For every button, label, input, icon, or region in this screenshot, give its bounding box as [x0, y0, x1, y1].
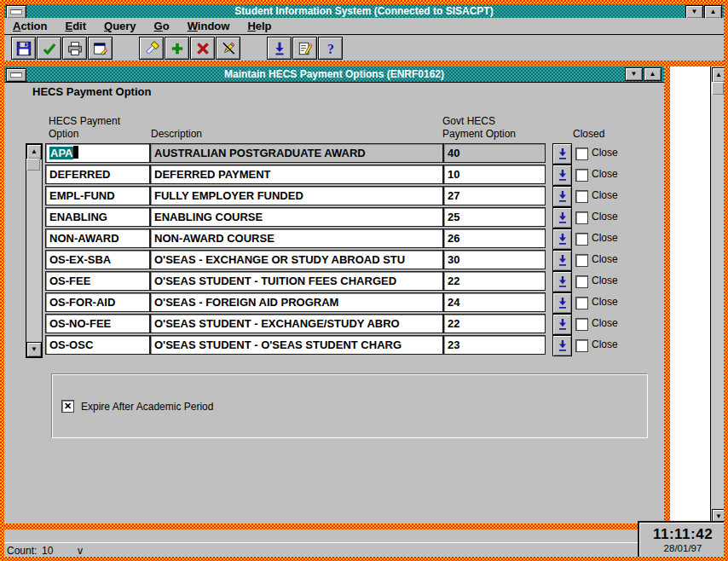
- insert-record-button[interactable]: [165, 37, 189, 60]
- close-checkbox-label: Close: [592, 338, 618, 350]
- close-checkbox-label: Close: [592, 275, 618, 286]
- delete-record-button[interactable]: [190, 37, 215, 60]
- child-content: HECS Payment Option HECS Payment Option …: [4, 83, 664, 523]
- govt-option-field[interactable]: 30: [443, 250, 546, 269]
- menu-go[interactable]: Go: [154, 20, 170, 32]
- lov-button[interactable]: [552, 292, 572, 314]
- govt-option-field[interactable]: 22: [443, 314, 546, 333]
- description-field[interactable]: ENABLING COURSE: [150, 207, 443, 227]
- lov-button[interactable]: [552, 314, 572, 335]
- menu-query[interactable]: Query: [104, 20, 136, 32]
- main-vertical-scrollbar[interactable]: [710, 67, 725, 541]
- commit-button[interactable]: [37, 37, 61, 60]
- next-block-button[interactable]: [267, 37, 292, 60]
- execute-query-button[interactable]: [139, 37, 164, 60]
- lov-button[interactable]: [552, 186, 572, 207]
- close-checkbox-label: Close: [592, 253, 618, 265]
- lov-button[interactable]: [552, 143, 572, 165]
- print-button[interactable]: [62, 37, 87, 60]
- window-border: [4, 523, 710, 529]
- menu-window[interactable]: Window: [188, 20, 230, 32]
- column-header-closed: Closed: [573, 128, 604, 141]
- down-arrow-icon: [272, 41, 287, 56]
- hecs-option-field[interactable]: OS-EX-SBA: [45, 250, 150, 269]
- floppy-disk-icon: [16, 41, 32, 56]
- govt-option-field[interactable]: 25: [443, 207, 546, 227]
- description-field[interactable]: O'SEAS STUDENT - O'SEAS STUDENT CHARG: [150, 335, 443, 355]
- close-checkbox[interactable]: [575, 233, 588, 246]
- hecs-option-field[interactable]: OS-FOR-AID: [45, 292, 150, 312]
- description-field[interactable]: FULLY EMPLOYER FUNDED: [150, 186, 443, 205]
- close-checkbox[interactable]: [575, 318, 588, 331]
- close-checkbox[interactable]: [575, 275, 588, 288]
- cancel-query-button[interactable]: [216, 37, 240, 60]
- child-maximize-button[interactable]: [644, 67, 662, 81]
- description-field[interactable]: O'SEAS - EXCHANGE OR STUDY ABROAD STU: [150, 250, 443, 269]
- close-checkbox[interactable]: [575, 169, 588, 182]
- red-x-icon: [195, 41, 211, 56]
- description-field[interactable]: O'SEAS STUDENT - TUITION FEES CHARGED: [150, 271, 443, 291]
- lov-button[interactable]: [552, 165, 572, 186]
- hecs-option-field[interactable]: OS-OSC: [45, 335, 150, 355]
- column-header-option: HECS Payment Option: [49, 115, 120, 141]
- hecs-option-field[interactable]: DEFERRED: [45, 165, 150, 184]
- govt-option-field[interactable]: 24: [443, 292, 546, 312]
- close-checkbox[interactable]: [575, 254, 588, 267]
- description-field[interactable]: NON-AWARD COURSE: [150, 228, 443, 248]
- hecs-option-field[interactable]: EMPL-FUND: [45, 186, 150, 205]
- close-checkbox[interactable]: [575, 297, 588, 309]
- lov-button[interactable]: [552, 207, 572, 228]
- lov-button[interactable]: [552, 228, 572, 250]
- hecs-option-field[interactable]: OS-FEE: [45, 271, 150, 291]
- scroll-thumb[interactable]: [712, 82, 724, 95]
- main-minimize-button[interactable]: [685, 5, 703, 19]
- hecs-option-field[interactable]: OS-NO-FEE: [45, 314, 150, 333]
- screen-border: [0, 0, 4, 561]
- close-checkbox[interactable]: [575, 211, 588, 224]
- svg-text:?: ?: [327, 41, 334, 55]
- help-button[interactable]: ?: [318, 37, 343, 60]
- screen-border: [0, 0, 728, 4]
- lov-button[interactable]: [552, 250, 572, 271]
- close-checkbox-label: Close: [592, 317, 618, 329]
- close-checkbox[interactable]: [575, 147, 588, 160]
- child-window: Maintain HECS Payment Options (ENRF0162)…: [4, 67, 664, 523]
- lov-button[interactable]: [552, 335, 572, 356]
- close-checkbox-label: Close: [592, 296, 618, 308]
- report-button[interactable]: [88, 37, 113, 60]
- close-checkbox[interactable]: [575, 339, 588, 352]
- main-maximize-button[interactable]: [704, 5, 722, 19]
- hecs-option-field[interactable]: APA: [45, 143, 150, 163]
- save-button[interactable]: [11, 37, 36, 60]
- govt-option-field[interactable]: 40: [443, 143, 546, 163]
- record-scrollbar[interactable]: [26, 143, 43, 358]
- expire-checkbox[interactable]: [61, 400, 74, 413]
- lov-button[interactable]: [552, 271, 572, 292]
- menu-edit[interactable]: Edit: [65, 20, 86, 32]
- menu-help[interactable]: Help: [247, 20, 271, 32]
- hecs-option-field[interactable]: NON-AWARD: [45, 228, 150, 248]
- screen-border: [0, 557, 728, 561]
- column-header-description: Description: [151, 128, 202, 141]
- column-header-govt: Govt HECS Payment Option: [442, 115, 516, 141]
- record-scroll-up-button[interactable]: [26, 144, 42, 159]
- govt-option-field[interactable]: 22: [443, 271, 546, 291]
- edit-record-button[interactable]: [292, 37, 317, 60]
- screen: Student Information System (Connected to…: [0, 0, 728, 561]
- menu-action[interactable]: Action: [13, 20, 47, 32]
- govt-option-field[interactable]: 27: [443, 186, 546, 205]
- description-field[interactable]: O'SEAS - FOREIGN AID PROGRAM: [150, 292, 443, 312]
- description-field[interactable]: DEFERRED PAYMENT: [150, 165, 443, 184]
- close-checkbox[interactable]: [575, 190, 588, 203]
- expire-groupbox: Expire After Academic Period: [51, 373, 648, 438]
- govt-option-field[interactable]: 23: [443, 335, 546, 355]
- record-scroll-thumb[interactable]: [26, 159, 40, 171]
- close-checkbox-label: Close: [592, 211, 618, 223]
- govt-option-field[interactable]: 26: [443, 228, 546, 248]
- govt-option-field[interactable]: 10: [443, 165, 546, 184]
- description-field[interactable]: AUSTRALIAN POSTGRADUATE AWARD: [150, 143, 443, 163]
- record-scroll-down-button[interactable]: [26, 342, 42, 357]
- child-minimize-button[interactable]: [625, 67, 643, 81]
- hecs-option-field[interactable]: ENABLING: [45, 207, 150, 227]
- description-field[interactable]: O'SEAS STUDENT - EXCHANGE/STUDY ABRO: [150, 314, 443, 333]
